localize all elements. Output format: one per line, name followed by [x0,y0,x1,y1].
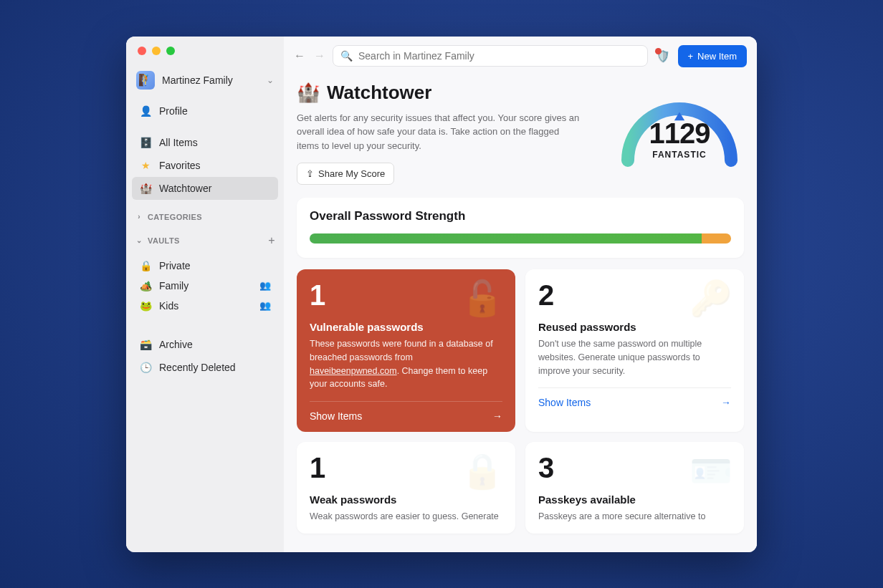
vault-label: Family [159,280,252,291]
hibp-link[interactable]: haveibeenpwned.com [310,366,397,376]
strength-segment-weak [702,233,731,244]
minimize-window-button[interactable] [152,47,161,55]
new-item-label: New Item [697,51,737,62]
nav-arrows: ← → [294,49,325,62]
clock-icon: 🕒 [139,361,152,374]
section-label: VAULTS [148,236,180,245]
content: 🏰 Watchtower Get alerts for any security… [284,76,757,552]
fullscreen-window-button[interactable] [166,47,175,55]
vault-icon: 🔒 [139,260,152,271]
card-title: Passkeys available [538,493,731,506]
issue-cards-grid: 🔓 1 Vulnerable passwords These passwords… [297,269,744,534]
notification-dot [655,48,662,54]
plus-icon: + [688,51,694,62]
weak-lock-icon: 🔒 [461,450,504,491]
share-label: Share My Score [318,168,385,179]
sidebar-item-label: Watchtower [159,183,211,194]
card-description: These passwords were found in a database… [310,337,502,391]
card-title: Vulnerable passwords [310,321,502,333]
categories-header[interactable]: › CATEGORIES [126,204,284,226]
sidebar-item-all-items[interactable]: 🗄️ All Items [132,131,278,154]
chevron-down-icon: ⌄ [267,75,274,85]
drawer-icon: 🗄️ [139,136,152,149]
sidebar-item-label: Profile [159,105,188,117]
score-gauge: 1129 FANTASTIC [615,82,744,175]
people-icon: 👥 [259,280,271,291]
score-number: 1129 [615,117,744,150]
sidebar-item-watchtower[interactable]: 🏰 Watchtower [132,177,278,200]
chevron-down-icon: ⌄ [135,236,143,244]
vault-selector[interactable]: 🧗 Martinez Family ⌄ [126,65,284,95]
vault-icon: 🐸 [139,300,152,312]
archive-icon: 🗃️ [139,338,152,351]
vault-label: Private [159,260,271,271]
back-button[interactable]: ← [294,49,305,62]
card-weak-passwords: 🔒 1 Weak passwords Weak passwords are ea… [297,442,515,534]
notifications-button[interactable]: 🛡️ [655,48,671,64]
keys-icon: 🔑 [689,278,732,319]
action-label: Show Items [310,410,362,422]
topbar: ← → 🔍 🛡️ + New Item [284,37,757,76]
strength-bar [310,233,731,244]
sidebar-nav-bottom: 🗃️ Archive 🕒 Recently Deleted [126,329,284,383]
card-reused-passwords: 🔑 2 Reused passwords Don't use the same … [525,269,744,432]
action-label: Show Items [538,397,591,408]
card-title: Reused passwords [538,321,731,333]
show-items-button[interactable]: Show Items → [538,387,731,408]
search-box[interactable]: 🔍 [333,45,648,67]
window-controls [126,47,284,65]
vault-label: Kids [159,300,252,312]
forward-button[interactable]: → [314,49,325,62]
new-item-button[interactable]: + New Item [678,45,748,67]
overall-strength-card: Overall Password Strength [297,198,744,258]
sidebar-item-label: Favorites [159,160,201,171]
page-description: Get alerts for any security issues that … [297,111,583,153]
vaults-list: 🔒 Private 🏕️ Family 👥 🐸 Kids 👥 [126,251,284,320]
vault-row-kids[interactable]: 🐸 Kids 👥 [132,296,278,316]
vault-icon: 🏕️ [139,280,152,291]
search-input[interactable] [358,50,640,62]
card-vulnerable-passwords: 🔓 1 Vulnerable passwords These passwords… [297,269,515,432]
sidebar-item-archive[interactable]: 🗃️ Archive [132,333,278,356]
vaults-header[interactable]: ⌄ VAULTS + [126,226,284,251]
score-rating: FANTASTIC [615,150,744,160]
app-window: 🧗 Martinez Family ⌄ 👤 Profile 🗄️ All Ite… [126,37,757,552]
strength-title: Overall Password Strength [310,209,731,223]
vault-row-family[interactable]: 🏕️ Family 👥 [132,276,278,296]
vault-row-private[interactable]: 🔒 Private [132,256,278,276]
sidebar-item-label: Archive [159,339,193,350]
card-title: Weak passwords [310,493,502,506]
show-items-button[interactable]: Show Items → [310,401,502,422]
card-passkeys-available: 🪪 3 Passkeys available Passkeys are a mo… [525,442,744,534]
sidebar: 🧗 Martinez Family ⌄ 👤 Profile 🗄️ All Ite… [126,37,284,552]
people-icon: 👥 [259,300,271,311]
unlock-icon: 🔓 [461,278,504,319]
star-icon: ★ [139,159,152,172]
sidebar-item-profile[interactable]: 👤 Profile [132,100,278,122]
card-description: Weak passwords are easier to guess. Gene… [310,510,502,524]
page-header: 🏰 Watchtower Get alerts for any security… [297,82,744,185]
tower-icon: 🏰 [139,182,152,195]
sidebar-nav-main: 🗄️ All Items ★ Favorites 🏰 Watchtower [126,127,284,204]
share-score-button[interactable]: ⇪ Share My Score [297,163,394,185]
card-description: Passkeys are a more secure alternative t… [538,510,731,524]
close-window-button[interactable] [138,47,146,55]
sidebar-item-label: Recently Deleted [159,362,236,373]
chevron-right-icon: › [135,213,143,221]
sidebar-item-recently-deleted[interactable]: 🕒 Recently Deleted [132,356,278,379]
share-icon: ⇪ [306,168,314,179]
page-title: Watchtower [327,82,431,104]
arrow-right-icon: → [492,410,502,422]
sidebar-nav-top: 👤 Profile [126,95,284,127]
vault-selector-label: Martinez Family [162,74,259,86]
section-label: CATEGORIES [148,213,202,221]
page-header-text: 🏰 Watchtower Get alerts for any security… [297,82,601,185]
arrow-right-icon: → [721,397,731,408]
vault-avatar: 🧗 [136,71,155,90]
sidebar-item-favorites[interactable]: ★ Favorites [132,154,278,177]
sidebar-item-label: All Items [159,137,198,148]
card-description: Don't use the same password on multiple … [538,337,731,377]
strength-segment-good [310,233,702,244]
watchtower-icon: 🏰 [297,82,320,104]
add-vault-button[interactable]: + [268,234,275,247]
